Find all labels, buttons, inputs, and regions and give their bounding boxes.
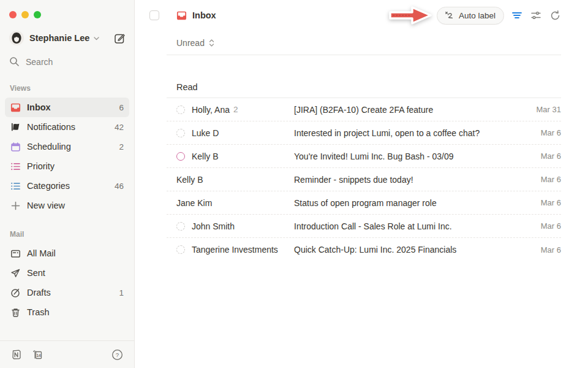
email-date: Mar 6 <box>523 198 561 207</box>
email-date: Mar 6 <box>523 221 561 231</box>
annotation-arrow-icon <box>386 3 435 28</box>
inbox-icon <box>10 102 21 113</box>
sidebar-item-trash[interactable]: Trash <box>5 302 129 322</box>
unread-label: Unread <box>176 38 205 48</box>
sidebar-item-inbox[interactable]: Inbox 6 <box>5 98 129 117</box>
notifications-icon <box>10 122 21 132</box>
compose-icon[interactable] <box>114 33 126 44</box>
notion-logo-icon[interactable] <box>11 349 22 360</box>
select-all-checkbox[interactable] <box>149 10 159 20</box>
email-row[interactable]: John Smith Introduction Call - Sales Rol… <box>167 215 561 238</box>
auto-label-label: Auto label <box>459 11 496 20</box>
display-settings-icon[interactable] <box>530 9 542 21</box>
select-circle-icon[interactable] <box>176 222 185 231</box>
sidebar-item-drafts[interactable]: Drafts 1 <box>5 283 129 302</box>
email-subject: Status of open program manager role <box>294 198 523 208</box>
all-mail-icon <box>10 248 21 259</box>
email-row[interactable]: Kelly B Reminder - snippets due today! M… <box>167 168 561 191</box>
email-subject: Reminder - snippets due today! <box>294 175 523 185</box>
email-subject: You're Invited! Lumi Inc. Bug Bash - 03/… <box>294 151 523 161</box>
view-title: Inbox <box>176 10 216 21</box>
sidebar-item-new-view[interactable]: New view <box>5 196 129 215</box>
sidebar-item-label: Notifications <box>27 122 75 132</box>
sidebar-item-categories[interactable]: Categories 46 <box>5 176 129 196</box>
trash-icon <box>10 307 21 318</box>
account-switcher[interactable]: Stephanie Lee <box>0 18 134 45</box>
sidebar-item-count: 2 <box>119 142 124 151</box>
sidebar-item-label: Scheduling <box>27 142 71 151</box>
priority-list-icon <box>10 161 21 172</box>
notion-calendar-icon[interactable]: 14 <box>32 349 43 360</box>
sidebar-item-label: Trash <box>27 307 50 317</box>
categories-list-icon <box>10 181 21 191</box>
sidebar-item-count: 46 <box>115 182 124 191</box>
chevron-down-icon <box>93 35 100 42</box>
plus-icon <box>10 201 21 211</box>
email-row[interactable]: Jane Kim Status of open program manager … <box>167 191 561 215</box>
select-circle-icon[interactable] <box>176 105 185 114</box>
email-row[interactable]: Luke D Interested in project Lumi, open … <box>167 121 561 145</box>
sidebar-item-label: New view <box>27 201 65 210</box>
email-sender: Kelly B <box>192 151 219 161</box>
refresh-icon[interactable] <box>549 9 561 21</box>
email-sender: John Smith <box>192 221 235 231</box>
chevron-updown-icon <box>208 39 215 47</box>
sidebar-item-count: 6 <box>119 103 124 112</box>
calendar-icon <box>10 142 21 152</box>
auto-label-icon <box>443 10 454 21</box>
email-subject: Quick Catch-Up: Lumi Inc. 2025 Financial… <box>294 245 523 255</box>
email-date: Mar 6 <box>523 245 561 255</box>
sidebar-item-label: Categories <box>27 181 70 191</box>
select-circle-icon[interactable] <box>176 129 185 137</box>
email-row[interactable]: Holly, Ana2 [JIRA] (B2FA-10) Create 2FA … <box>167 98 561 121</box>
email-sender: Holly, Ana <box>192 105 230 115</box>
search-label: Search <box>26 57 53 67</box>
auto-label-button[interactable]: Auto label <box>437 7 504 25</box>
email-subject: [JIRA] (B2FA-10) Create 2FA feature <box>294 105 523 115</box>
read-section-label: Read <box>149 82 561 96</box>
mail-section-label: Mail <box>0 230 134 239</box>
main-panel: Inbox Auto label Unread <box>135 0 588 368</box>
email-row[interactable]: Kelly B You're Invited! Lumi Inc. Bug Ba… <box>167 145 561 168</box>
sidebar-item-scheduling[interactable]: Scheduling 2 <box>5 137 129 156</box>
drafts-icon <box>10 288 21 298</box>
sent-icon <box>10 268 21 278</box>
page-title: Inbox <box>192 10 216 20</box>
divider <box>167 55 561 55</box>
select-circle-icon[interactable] <box>176 152 185 161</box>
email-date: Mar 6 <box>523 128 561 137</box>
search-button[interactable]: Search <box>0 56 134 67</box>
sidebar-item-notifications[interactable]: Notifications 42 <box>5 117 129 137</box>
account-name: Stephanie Lee <box>29 33 89 43</box>
sidebar-item-count: 42 <box>115 123 124 132</box>
avatar <box>9 31 24 45</box>
sidebar-item-label: Sent <box>27 268 45 278</box>
sidebar-item-priority[interactable]: Priority <box>5 156 129 176</box>
sidebar-item-count: 1 <box>119 288 124 297</box>
email-sender: Kelly B <box>176 175 203 185</box>
email-subject: Introduction Call - Sales Role at Lumi I… <box>294 221 523 231</box>
email-date: Mar 6 <box>523 151 561 161</box>
select-circle-icon[interactable] <box>176 245 185 254</box>
zoom-button[interactable] <box>34 11 41 18</box>
filter-icon[interactable] <box>511 9 523 21</box>
inbox-icon <box>176 10 187 21</box>
minimize-button[interactable] <box>21 11 29 18</box>
email-row[interactable]: Tangerine Investments Quick Catch-Up: Lu… <box>167 238 561 261</box>
email-sender: Tangerine Investments <box>192 245 278 255</box>
search-icon <box>9 56 20 67</box>
unread-section-toggle[interactable]: Unread <box>149 36 561 50</box>
sidebar-footer: 14 ? <box>0 340 134 368</box>
sidebar: Stephanie Lee Search Views Inbox 6 Notif… <box>0 0 135 368</box>
window-controls <box>0 0 134 18</box>
sidebar-item-all-mail[interactable]: All Mail <box>5 243 129 263</box>
email-date: Mar 31 <box>523 105 561 114</box>
thread-count: 2 <box>233 105 238 114</box>
help-icon[interactable]: ? <box>111 349 123 361</box>
svg-text:?: ? <box>116 351 119 358</box>
email-sender: Luke D <box>192 128 219 138</box>
svg-text:14: 14 <box>36 353 41 358</box>
views-section-label: Views <box>0 84 134 93</box>
close-button[interactable] <box>9 11 17 18</box>
sidebar-item-sent[interactable]: Sent <box>5 263 129 283</box>
